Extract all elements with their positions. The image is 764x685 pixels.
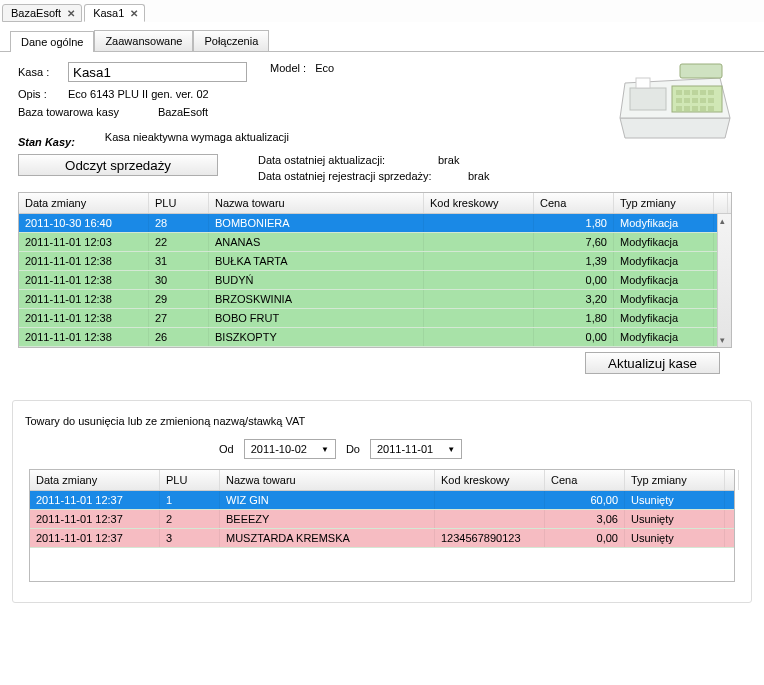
cell-data: 2011-11-01 12:38 — [19, 252, 149, 270]
cell-kod — [424, 309, 534, 327]
svg-rect-14 — [700, 98, 706, 103]
doc-tab-label: BazaEsoft — [11, 7, 61, 19]
cell-plu: 1 — [160, 491, 220, 509]
cell-kod — [424, 233, 534, 251]
svg-rect-18 — [692, 106, 698, 111]
close-icon[interactable]: ✕ — [67, 8, 75, 19]
table-row[interactable]: 2011-11-01 12:0322ANANAS7,60Modyfikacja — [19, 233, 731, 252]
close-icon[interactable]: ✕ — [130, 8, 138, 19]
svg-rect-19 — [700, 106, 706, 111]
cell-nazwa: BUŁKA TARTA — [209, 252, 424, 270]
cell-data: 2011-11-01 12:37 — [30, 529, 160, 547]
label-kasa: Kasa : — [18, 66, 68, 78]
cell-kod — [424, 271, 534, 289]
svg-rect-8 — [692, 90, 698, 95]
date-from-picker[interactable]: 2011-10-02 ▼ — [244, 439, 336, 459]
col-typ[interactable]: Typ zmiany — [625, 470, 725, 490]
cell-cena: 1,39 — [534, 252, 614, 270]
cell-cena: 0,00 — [534, 271, 614, 289]
tab-dane-ogolne[interactable]: Dane ogólne — [10, 31, 94, 52]
col-kod[interactable]: Kod kreskowy — [435, 470, 545, 490]
svg-rect-9 — [700, 90, 706, 95]
doc-tab-bazaesoft[interactable]: BazaEsoft ✕ — [2, 4, 82, 22]
col-nazwa[interactable]: Nazwa towaru — [220, 470, 435, 490]
chevron-down-icon: ▼ — [447, 445, 455, 454]
date-to-value: 2011-11-01 — [377, 443, 433, 455]
cell-plu: 28 — [149, 214, 209, 232]
cell-nazwa: MUSZTARDA KREMSKA — [220, 529, 435, 547]
cell-data: 2011-11-01 12:38 — [19, 328, 149, 346]
table-row[interactable]: 2011-11-01 12:373MUSZTARDA KREMSKA123456… — [30, 529, 734, 548]
table-row[interactable]: 2011-11-01 12:371WIZ GIN60,00Usunięty — [30, 491, 734, 510]
cell-nazwa: BOBO FRUT — [209, 309, 424, 327]
label-opis: Opis : — [18, 88, 68, 100]
cell-plu: 3 — [160, 529, 220, 547]
table-row[interactable]: 2011-11-01 12:372BEEEZY3,06Usunięty — [30, 510, 734, 529]
cell-kod — [424, 252, 534, 270]
cell-nazwa: BEEEZY — [220, 510, 435, 528]
cell-data: 2011-11-01 12:38 — [19, 290, 149, 308]
doc-tab-label: Kasa1 — [93, 7, 124, 19]
panel-dane-ogolne: Kasa : Opis : Eco 6143 PLU II gen. ver. … — [0, 52, 764, 390]
col-typ[interactable]: Typ zmiany — [614, 193, 714, 213]
cell-plu: 22 — [149, 233, 209, 251]
cell-data: 2011-10-30 16:40 — [19, 214, 149, 232]
cell-cena: 0,00 — [545, 529, 625, 547]
model-block: Model : Eco — [270, 62, 334, 74]
svg-rect-3 — [680, 64, 722, 78]
date-from-value: 2011-10-02 — [251, 443, 307, 455]
date-to-picker[interactable]: 2011-11-01 ▼ — [370, 439, 462, 459]
tab-polaczenia[interactable]: Połączenia — [193, 30, 269, 51]
cell-nazwa: BISZKOPTY — [209, 328, 424, 346]
cell-typ: Modyfikacja — [614, 309, 714, 327]
cell-nazwa: ANANAS — [209, 233, 424, 251]
col-cena[interactable]: Cena — [545, 470, 625, 490]
cell-typ: Modyfikacja — [614, 233, 714, 251]
cell-cena: 3,20 — [534, 290, 614, 308]
cell-kod — [424, 214, 534, 232]
cell-data: 2011-11-01 12:03 — [19, 233, 149, 251]
col-data[interactable]: Data zmiany — [30, 470, 160, 490]
label-do: Do — [346, 443, 360, 455]
document-tabs: BazaEsoft ✕ Kasa1 ✕ — [0, 0, 764, 22]
table-row[interactable]: 2011-11-01 12:3830BUDYŃ0,00Modyfikacja — [19, 271, 731, 290]
table-row[interactable]: 2011-11-01 12:3831BUŁKA TARTA1,39Modyfik… — [19, 252, 731, 271]
label-data-rejestracji: Data ostatniej rejestracji sprzedaży: — [258, 170, 468, 182]
cell-plu: 27 — [149, 309, 209, 327]
cell-typ: Modyfikacja — [614, 252, 714, 270]
scrollbar[interactable] — [717, 214, 731, 347]
col-plu[interactable]: PLU — [160, 470, 220, 490]
model-value: Eco — [315, 62, 334, 74]
table-row[interactable]: 2011-11-01 12:3827BOBO FRUT1,80Modyfikac… — [19, 309, 731, 328]
col-cena[interactable]: Cena — [534, 193, 614, 213]
col-nazwa[interactable]: Nazwa towaru — [209, 193, 424, 213]
cell-cena: 1,80 — [534, 309, 614, 327]
cell-cena: 0,00 — [534, 328, 614, 346]
cell-cena: 3,06 — [545, 510, 625, 528]
aktualizuj-kase-button[interactable]: Aktualizuj kase — [585, 352, 720, 374]
svg-rect-5 — [636, 78, 650, 88]
table-row[interactable]: 2011-10-30 16:4028BOMBONIERA1,80Modyfika… — [19, 214, 731, 233]
label-od: Od — [219, 443, 234, 455]
table-row[interactable]: 2011-11-01 12:3829BRZOSKWINIA3,20Modyfik… — [19, 290, 731, 309]
cash-register-image — [610, 58, 740, 143]
col-kod[interactable]: Kod kreskowy — [424, 193, 534, 213]
changes-grid: Data zmiany PLU Nazwa towaru Kod kreskow… — [18, 192, 732, 348]
tab-zaawansowane[interactable]: Zaawansowane — [94, 30, 193, 51]
cell-cena: 7,60 — [534, 233, 614, 251]
cell-cena: 1,80 — [534, 214, 614, 232]
doc-tab-kasa1[interactable]: Kasa1 ✕ — [84, 4, 145, 22]
stan-value: Kasa nieaktywna wymaga aktualizacji — [105, 131, 289, 143]
cell-data: 2011-11-01 12:37 — [30, 491, 160, 509]
svg-rect-17 — [684, 106, 690, 111]
col-data[interactable]: Data zmiany — [19, 193, 149, 213]
deleted-grid: Data zmiany PLU Nazwa towaru Kod kreskow… — [29, 469, 735, 582]
deleted-section-title: Towary do usunięcia lub ze zmienioną naz… — [19, 407, 745, 433]
table-row[interactable]: 2011-11-01 12:3826BISZKOPTY0,00Modyfikac… — [19, 328, 731, 347]
label-stan-kasy: Stan Kasy: — [18, 136, 75, 148]
col-plu[interactable]: PLU — [149, 193, 209, 213]
odczyt-sprzedazy-button[interactable]: Odczyt sprzedaży — [18, 154, 218, 176]
cell-nazwa: BUDYŃ — [209, 271, 424, 289]
kasa-input[interactable] — [68, 62, 247, 82]
svg-rect-4 — [630, 88, 666, 110]
